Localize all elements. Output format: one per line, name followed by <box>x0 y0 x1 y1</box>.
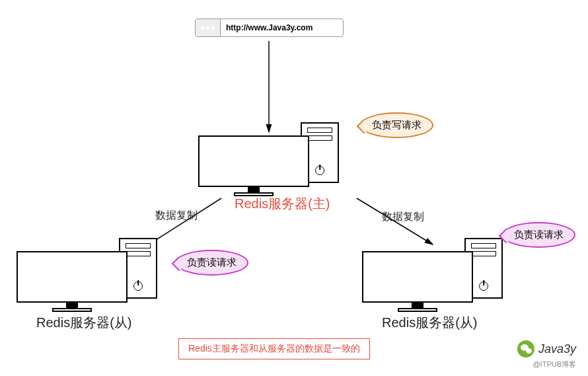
master-bubble: 负责写请求 <box>360 112 433 138</box>
url-text: http://www.Java3y.com <box>221 23 312 32</box>
wechat-icon <box>517 340 534 357</box>
slave-left-label: Redis服务器(从) <box>36 314 131 332</box>
master-label: Redis服务器(主) <box>235 195 330 213</box>
slave-right-bubble: 负责读请求 <box>502 222 575 248</box>
watermark-source: @ITPUB博客 <box>533 359 576 369</box>
slave-right-label: Redis服务器(从) <box>382 314 477 332</box>
watermark-logo: Java3y <box>517 340 576 357</box>
slave-left-bubble: 负责读请求 <box>175 250 248 276</box>
master-bubble-text: 负责写请求 <box>372 119 422 130</box>
browser-dots-icon <box>196 19 221 36</box>
consistency-note: Redis主服务器和从服务器的数据是一致的 <box>178 338 370 359</box>
slave-left-bubble-text: 负责读请求 <box>187 256 237 268</box>
slave-right-bubble-text: 负责读请求 <box>514 229 564 240</box>
edge-right-label: 数据复制 <box>382 210 424 224</box>
watermark-name: Java3y <box>538 342 576 356</box>
url-bar: http://www.Java3y.com <box>195 19 344 37</box>
edge-left-label: 数据复制 <box>155 209 198 223</box>
